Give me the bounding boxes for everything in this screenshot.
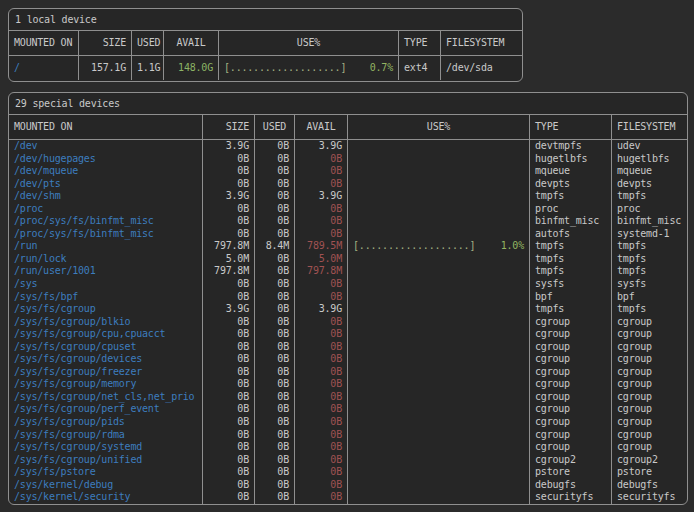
type-cell: cgroup [529,429,611,442]
type-cell: tmpfs [529,303,611,316]
type-cell: mqueue [529,165,611,178]
mounted-on-cell: /sys/fs/cgroup/blkio [9,316,202,329]
table-row: /dev/shm3.9G0B3.9Gtmpfstmpfs [9,190,687,203]
filesystem-cell: cgroup [611,429,687,442]
size-cell: 0B [202,316,254,329]
avail-cell: 0B [294,479,347,492]
type-cell: cgroup [529,366,611,379]
avail-cell: 3.9G [294,140,347,153]
table-row: /sys/kernel/security0B0B0Bsecurityfssecu… [9,491,687,504]
mounted-on-cell: /sys/fs/cgroup/cpu,cpuacct [9,328,202,341]
usage-cell [347,454,529,467]
type-cell: tmpfs [529,253,611,266]
filesystem-cell: proc [611,203,687,216]
filesystem-cell: pstore [611,466,687,479]
avail-cell: 797.8M [294,265,347,278]
mounted-on-cell: / [9,56,78,80]
filesystem-cell: cgroup [611,366,687,379]
column-header-avail: AVAIL [294,115,347,139]
usage-percent: 1.0% [501,240,524,253]
special-devices-table: 29 special devices MOUNTED ONSIZEUSEDAVA… [8,92,688,505]
used-cell: 0B [254,454,294,467]
avail-cell: 0B [294,165,347,178]
usage-cell [347,178,529,191]
size-cell: 5.0M [202,253,254,266]
column-header-filesystem: FILESYSTEM [440,31,522,55]
table-row: /sys/fs/pstore0B0B0Bpstorepstore [9,466,687,479]
size-cell: 797.8M [202,240,254,253]
mounted-on-cell: /sys/fs/cgroup/systemd [9,441,202,454]
filesystem-cell: binfmt_misc [611,215,687,228]
avail-cell: 0B [294,228,347,241]
table-row: /proc/sys/fs/binfmt_misc0B0B0Bautofssyst… [9,228,687,241]
type-cell: tmpfs [529,190,611,203]
size-cell: 0B [202,228,254,241]
mounted-on-cell: /dev/mqueue [9,165,202,178]
size-cell: 0B [202,391,254,404]
avail-cell: 0B [294,278,347,291]
type-cell: ext4 [398,56,440,80]
table-row: /sys/fs/cgroup/devices0B0B0Bcgroupcgroup [9,353,687,366]
usage-bar: [...................] [353,240,475,253]
size-cell: 0B [202,454,254,467]
usage-cell: [...................]0.7% [218,56,398,80]
column-header-used: USED [254,115,294,139]
avail-cell: 0B [294,341,347,354]
filesystem-cell: hugetlbfs [611,153,687,166]
type-cell: cgroup [529,328,611,341]
used-cell: 0B [254,265,294,278]
column-header-mounted-on: MOUNTED ON [9,31,78,55]
type-cell: cgroup [529,316,611,329]
table-row: /dev/hugepages0B0B0Bhugetlbfshugetlbfs [9,153,687,166]
size-cell: 0B [202,403,254,416]
used-cell: 1.1G [131,56,163,80]
type-cell: devpts [529,178,611,191]
usage-cell [347,190,529,203]
type-cell: cgroup [529,341,611,354]
usage-cell: [...................]1.0% [347,240,529,253]
mounted-on-cell: /sys/kernel/security [9,491,202,504]
column-header-usage: USE% [218,31,398,55]
mounted-on-cell: /proc/sys/fs/binfmt_misc [9,228,202,241]
mounted-on-cell: /sys/fs/cgroup/unified [9,454,202,467]
avail-cell: 0B [294,316,347,329]
used-cell: 0B [254,491,294,504]
used-cell: 0B [254,416,294,429]
size-cell: 0B [202,366,254,379]
filesystem-cell: securityfs [611,491,687,504]
column-header-mounted-on: MOUNTED ON [9,115,202,139]
avail-cell: 789.5M [294,240,347,253]
avail-cell: 3.9G [294,190,347,203]
used-cell: 0B [254,153,294,166]
filesystem-cell: debugfs [611,479,687,492]
table-row: /sys/fs/cgroup/freezer0B0B0Bcgroupcgroup [9,366,687,379]
type-cell: cgroup [529,391,611,404]
type-cell: debugfs [529,479,611,492]
table-row: /run/user/1001797.8M0B797.8Mtmpfstmpfs [9,265,687,278]
filesystem-cell: tmpfs [611,265,687,278]
table-row: /sys/fs/cgroup/pids0B0B0Bcgroupcgroup [9,416,687,429]
column-header-usage: USE% [347,115,529,139]
mounted-on-cell: /sys [9,278,202,291]
duf-terminal-output: 1 local device MOUNTED ONSIZEUSEDAVAILUS… [0,0,694,512]
usage-cell [347,140,529,153]
table-body: /157.1G1.1G148.0G[...................]0.… [9,56,522,80]
mounted-on-cell: /sys/fs/cgroup/freezer [9,366,202,379]
filesystem-cell: sysfs [611,278,687,291]
used-cell: 0B [254,190,294,203]
usage-cell [347,303,529,316]
usage-cell [347,253,529,266]
used-cell: 0B [254,215,294,228]
size-cell: 3.9G [202,190,254,203]
usage-cell [347,265,529,278]
avail-cell: 0B [294,215,347,228]
mounted-on-cell: /sys/fs/cgroup [9,303,202,316]
table-row: /sys/fs/cgroup/rdma0B0B0Bcgroupcgroup [9,429,687,442]
column-header-avail: AVAIL [163,31,218,55]
used-cell: 8.4M [254,240,294,253]
size-cell: 0B [202,291,254,304]
usage-cell [347,491,529,504]
local-devices-table: 1 local device MOUNTED ONSIZEUSEDAVAILUS… [8,8,523,82]
used-cell: 0B [254,291,294,304]
table-row: /sys/fs/cgroup/cpu,cpuacct0B0B0Bcgroupcg… [9,328,687,341]
